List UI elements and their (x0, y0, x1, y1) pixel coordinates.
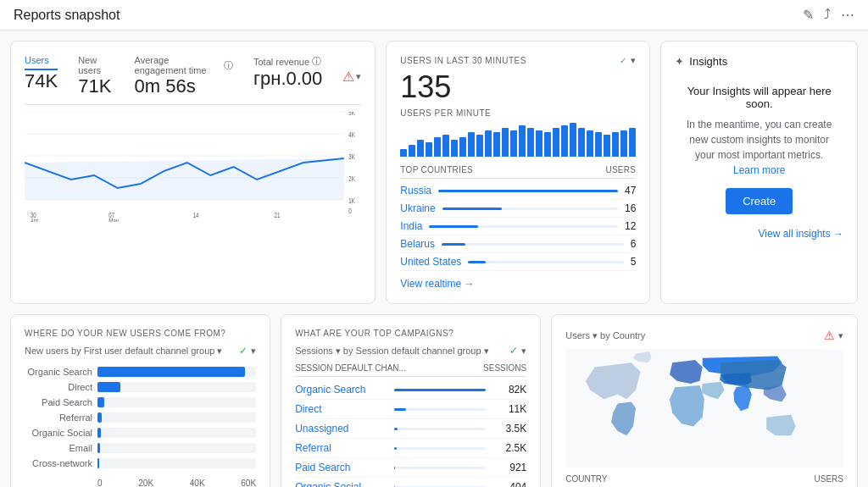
main-line-chart: 5K 4K 3K 2K 1K 0 30 Apr 07 May 14 21 (25, 112, 361, 230)
realtime-status-ok: ✓ (620, 56, 627, 65)
hbar-label: Organic Social (25, 428, 92, 438)
hbar-track (97, 397, 256, 407)
mini-bar (536, 130, 542, 157)
country-name[interactable]: Russia (400, 185, 431, 196)
country-row: United States 5 (400, 253, 636, 271)
hbar-row: Cross-network (25, 458, 256, 468)
svg-text:May: May (108, 217, 119, 222)
session-row: Direct 11K (295, 400, 526, 419)
hbar-track (97, 367, 256, 377)
country-bar-wrap (442, 243, 624, 246)
country-bar-wrap (429, 225, 618, 228)
learn-more-link[interactable]: Learn more (733, 164, 785, 176)
mini-bar (527, 128, 534, 157)
country-bar-wrap (468, 261, 623, 263)
mini-bar (561, 125, 568, 157)
country-bar-wrap (442, 208, 618, 210)
sessions-col2: SESSIONS (483, 363, 526, 373)
metric-users: Users 74K (25, 55, 58, 97)
session-name[interactable]: Paid Search (295, 462, 387, 473)
mini-bar (612, 132, 619, 157)
mini-bar (578, 128, 585, 157)
session-bar-wrap (394, 428, 487, 430)
session-bar (394, 428, 398, 430)
header-icons: ✎ ⤴ ⋯ (803, 7, 854, 23)
realtime-number: 135 (400, 69, 636, 105)
hbar-label: Referral (25, 412, 92, 423)
x-tick: 60K (241, 479, 256, 487)
session-name[interactable]: Direct (295, 403, 387, 415)
session-name[interactable]: Referral (295, 442, 387, 454)
hbar-fill (97, 382, 120, 392)
hbar-fill (97, 428, 101, 438)
session-name[interactable]: Organic Social (295, 481, 387, 487)
dropdown-btn[interactable]: ▾ (356, 71, 361, 82)
header: Reports snapshot ✎ ⤴ ⋯ (0, 0, 868, 30)
session-value: 404 (492, 481, 526, 487)
hbar-label: Email (25, 443, 92, 453)
svg-text:14: 14 (193, 211, 199, 220)
hbar-track (97, 382, 256, 392)
country-bar (468, 261, 485, 263)
country-name[interactable]: Belarus (400, 238, 435, 250)
svg-text:4K: 4K (348, 130, 355, 140)
campaigns-dropdown[interactable]: Sessions ▾ by Session default channel gr… (295, 346, 488, 357)
mini-bar (553, 128, 559, 157)
metric-engagement-value: 0m 56s (135, 75, 233, 97)
mini-bar (451, 140, 458, 157)
metric-revenue: Total revenue ⓘ грн.0.00 (253, 55, 322, 97)
mini-bar (409, 145, 415, 157)
country-name[interactable]: Ukraine (400, 202, 435, 214)
realtime-title: USERS IN LAST 30 MINUTES (400, 56, 526, 65)
acquisition-dropdown[interactable]: New users by First user default channel … (25, 346, 222, 357)
view-realtime-link[interactable]: View realtime → (400, 278, 636, 290)
svg-text:21: 21 (275, 211, 281, 220)
hbar-chart: Organic Search Direct Paid Search Referr… (25, 367, 256, 468)
session-name[interactable]: Unassigned (295, 423, 387, 434)
country-bar (429, 225, 478, 228)
camp-dropdown-btn[interactable]: ▾ (521, 346, 526, 357)
map-dropdown[interactable]: Users ▾ by Country (565, 330, 645, 341)
realtime-bar-chart (400, 123, 636, 157)
realtime-card: USERS IN LAST 30 MINUTES ✓ ▾ 135 USERS P… (386, 41, 650, 304)
country-name[interactable]: United States (400, 256, 461, 268)
insights-card: ✦ Insights Your Insights will appear her… (660, 41, 858, 304)
country-bar (438, 190, 618, 192)
mini-bar (629, 128, 636, 157)
session-value: 3.5K (492, 423, 526, 434)
create-button[interactable]: Create (726, 188, 793, 214)
insights-title: Insights (689, 55, 727, 68)
hbar-label: Cross-network (25, 458, 92, 468)
mini-bar (426, 142, 432, 157)
more-icon[interactable]: ⋯ (841, 7, 854, 23)
country-bar-wrap (438, 190, 618, 192)
share-icon[interactable]: ⤴ (824, 7, 831, 23)
country-row: Ukraine 16 (400, 200, 636, 218)
session-row: Referral 2.5K (295, 439, 526, 458)
session-name[interactable]: Organic Search (295, 384, 387, 396)
map-dropdown-btn[interactable]: ▾ (838, 330, 843, 341)
hbar-row: Organic Social (25, 428, 256, 438)
view-insights-link[interactable]: View all insights → (675, 228, 843, 240)
edit-icon[interactable]: ✎ (803, 7, 814, 23)
hbar-track (97, 412, 256, 423)
col-users: USERS (605, 165, 636, 174)
camp-status-ok: ✓ (509, 345, 518, 357)
campaigns-section-title: WHAT ARE YOUR TOP CAMPAIGNS? (295, 329, 526, 338)
country-users: 6 (631, 238, 637, 250)
col-countries: TOP COUNTRIES (400, 165, 473, 174)
warn-icon: ⚠ (342, 69, 354, 85)
acq-dropdown-btn[interactable]: ▾ (251, 346, 256, 357)
session-row: Organic Search 82K (295, 380, 526, 400)
mini-bar (476, 135, 483, 157)
session-value: 82K (492, 384, 526, 396)
mini-bar (442, 135, 449, 157)
country-name[interactable]: India (400, 220, 422, 232)
realtime-dropdown[interactable]: ▾ (631, 55, 637, 66)
session-value: 2.5K (492, 442, 526, 454)
hbar-row: Referral (25, 412, 256, 423)
metric-revenue-value: грн.0.00 (253, 68, 322, 90)
acq-status-ok: ✓ (239, 345, 248, 357)
country-row: Belarus 6 (400, 235, 636, 253)
country-users: 47 (625, 185, 636, 196)
